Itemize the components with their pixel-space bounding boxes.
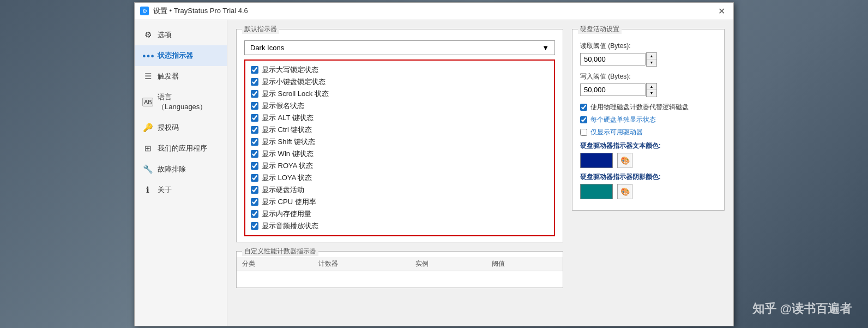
write-increment-button[interactable]: ▲ (647, 84, 656, 90)
key-icon: 🔑 (142, 123, 153, 133)
per-disk-checkbox[interactable] (580, 116, 587, 123)
checkbox-shift[interactable] (251, 138, 258, 146)
read-decrement-button[interactable]: ▼ (647, 59, 656, 66)
hd-group-title: 硬盘活动设置 (578, 25, 622, 34)
sidebar-label-status: 状态指示器 (158, 51, 193, 61)
custom-perf-group: 自定义性能计数器指示器 分类 计数器 实例 阈值 (236, 251, 563, 288)
check-label-5: 显示 Ctrl 键状态 (262, 125, 312, 135)
sidebar-item-status-indicators[interactable]: ●●● 状态指示器 (135, 45, 227, 66)
shadow-color-section-label: 硬盘驱动器指示器阴影颜色: (580, 172, 716, 182)
gear-icon: ⚙ (142, 30, 153, 40)
available-drives-link[interactable]: 仅显示可用驱动器 (590, 128, 643, 137)
check-label-1: 显示小键盘锁定状态 (262, 77, 326, 87)
custom-perf-title: 自定义性能计数器指示器 (242, 247, 318, 256)
check-item-1: 显示小键盘锁定状态 (251, 77, 548, 87)
write-spinner-buttons: ▲ ▼ (646, 83, 657, 97)
read-increment-button[interactable]: ▲ (647, 53, 656, 59)
check-item-13: 显示音频播放状态 (251, 221, 548, 231)
available-drives-checkbox[interactable] (580, 129, 587, 136)
write-spinner-row: ▲ ▼ (580, 83, 716, 97)
main-content: ⚙ 选项 ●●● 状态指示器 ☰ 触发器 AB 语言（Languages） (135, 20, 733, 326)
checkbox-audio[interactable] (251, 222, 258, 230)
checkbox-cpu[interactable] (251, 198, 258, 206)
center-column: 默认指示器 Dark Icons ▼ 显示大写锁定状态 (236, 29, 563, 317)
grid-icon: ⊞ (142, 144, 153, 153)
sidebar-item-triggers[interactable]: ☰ 触发器 (135, 66, 227, 87)
check-item-5: 显示 Ctrl 键状态 (251, 125, 548, 135)
checkbox-caps-lock[interactable] (251, 66, 258, 74)
sidebar-label-license: 授权码 (158, 123, 179, 133)
sidebar: ⚙ 选项 ●●● 状态指示器 ☰ 触发器 AB 语言（Languages） (135, 20, 227, 326)
shadow-color-row: 🎨 (580, 184, 716, 199)
per-disk-row: 每个硬盘单独显示状态 (580, 115, 716, 124)
write-value-input[interactable] (580, 84, 646, 96)
window-title: 设置 • TrayStatus Pro Trial 4.6 (153, 6, 248, 16)
hd-settings-group: 硬盘活动设置 读取阈值 (Bytes): ▲ ▼ (572, 29, 725, 211)
checkbox-hd-activity[interactable] (251, 186, 258, 194)
check-item-3: 显示假名状态 (251, 101, 548, 111)
sidebar-item-our-apps[interactable]: ⊞ 我们的应用程序 (135, 138, 227, 159)
checkbox-memory[interactable] (251, 210, 258, 218)
sidebar-label-language: 语言（Languages） (158, 92, 219, 112)
sidebar-item-language[interactable]: AB 语言（Languages） (135, 87, 227, 117)
checkbox-loya[interactable] (251, 174, 258, 182)
check-label-8: 显示 ROYA 状态 (262, 161, 313, 171)
list-icon: ☰ (142, 71, 153, 81)
check-label-10: 显示硬盘活动 (262, 185, 304, 195)
watermark: 知乎 @读书百遍者 (752, 301, 852, 317)
dark-icons-dropdown[interactable]: Dark Icons ▼ (244, 40, 555, 55)
read-spinner-row: ▲ ▼ (580, 52, 716, 67)
sidebar-item-about[interactable]: ℹ 关于 (135, 180, 227, 200)
sidebar-item-options[interactable]: ⚙ 选项 (135, 25, 227, 45)
check-item-8: 显示 ROYA 状态 (251, 161, 548, 171)
sidebar-item-troubleshoot[interactable]: 🔧 故障排除 (135, 159, 227, 180)
shadow-color-pick-button[interactable]: 🎨 (617, 184, 632, 199)
check-item-0: 显示大写锁定状态 (251, 65, 548, 75)
settings-window: ⚙ 设置 • TrayStatus Pro Trial 4.6 ✕ ⚙ 选项 ●… (134, 2, 734, 326)
text-color-pick-button[interactable]: 🎨 (617, 153, 632, 168)
app-icon: ⚙ (140, 7, 149, 15)
text-color-swatch[interactable] (580, 153, 613, 168)
wrench-icon: 🔧 (142, 164, 153, 174)
close-button[interactable]: ✕ (715, 4, 728, 17)
check-label-3: 显示假名状态 (262, 101, 304, 111)
read-threshold-row: 读取阈值 (Bytes): ▲ ▼ (580, 41, 716, 67)
right-column: 硬盘活动设置 读取阈值 (Bytes): ▲ ▼ (572, 29, 725, 317)
checkbox-alt[interactable] (251, 114, 258, 122)
physical-disk-label: 使用物理磁盘计数器代替逻辑磁盘 (590, 103, 689, 112)
checkbox-ctrl[interactable] (251, 126, 258, 134)
check-label-4: 显示 ALT 键状态 (262, 113, 314, 123)
text-color-section-label: 硬盘驱动器指示器文本颜色: (580, 141, 716, 151)
check-label-6: 显示 Shift 键状态 (262, 137, 315, 147)
checkbox-scroll-lock[interactable] (251, 90, 258, 98)
write-decrement-button[interactable]: ▼ (647, 90, 656, 97)
checkbox-numlock[interactable] (251, 78, 258, 86)
check-label-7: 显示 Win 键状态 (262, 149, 314, 159)
checkbox-kana[interactable] (251, 102, 258, 110)
sidebar-label-triggers: 触发器 (158, 71, 179, 81)
physical-disk-row: 使用物理磁盘计数器代替逻辑磁盘 (580, 103, 716, 112)
shadow-color-swatch[interactable] (580, 184, 613, 199)
check-label-11: 显示 CPU 使用率 (262, 197, 316, 207)
sidebar-item-license[interactable]: 🔑 授权码 (135, 117, 227, 138)
text-color-row: 🎨 (580, 153, 716, 168)
check-item-10: 显示硬盘活动 (251, 185, 548, 195)
sidebar-label-apps: 我们的应用程序 (158, 144, 207, 153)
checkbox-win[interactable] (251, 150, 258, 158)
color-picker-icon: 🎨 (620, 156, 630, 165)
read-value-input[interactable] (580, 53, 646, 65)
checkbox-roya[interactable] (251, 162, 258, 170)
check-item-9: 显示 LOYA 状态 (251, 173, 548, 183)
physical-disk-checkbox[interactable] (580, 104, 587, 111)
dots-icon: ●●● (142, 52, 153, 59)
right-panel: 默认指示器 Dark Icons ▼ 显示大写锁定状态 (227, 20, 733, 326)
read-label: 读取阈值 (Bytes): (580, 41, 716, 51)
table-row-empty (237, 271, 563, 287)
check-item-7: 显示 Win 键状态 (251, 149, 548, 159)
check-item-2: 显示 Scroll Lock 状态 (251, 89, 548, 99)
col-category: 分类 (237, 257, 313, 271)
sidebar-label-options: 选项 (158, 30, 172, 40)
check-label-12: 显示内存使用量 (262, 209, 311, 219)
custom-perf-table: 分类 计数器 实例 阈值 (237, 257, 563, 288)
per-disk-link[interactable]: 每个硬盘单独显示状态 (590, 115, 656, 124)
